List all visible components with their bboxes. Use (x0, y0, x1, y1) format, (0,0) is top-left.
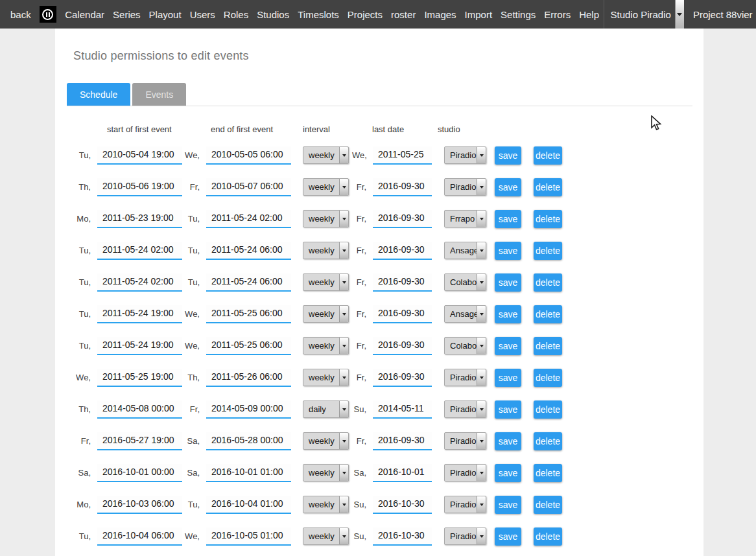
delete-button[interactable]: delete (534, 242, 562, 260)
delete-button[interactable]: delete (534, 210, 562, 228)
start-datetime-input[interactable] (97, 146, 182, 165)
studio-row-select[interactable]: Ansage (444, 242, 486, 259)
save-button[interactable]: save (495, 242, 521, 260)
interval-select[interactable]: weekly (303, 210, 349, 227)
studio-row-select[interactable]: Frrapo (444, 210, 486, 227)
delete-button[interactable]: delete (534, 400, 562, 419)
last-date-input[interactable] (373, 242, 432, 260)
studio-row-select[interactable]: Piradio (444, 527, 486, 545)
end-datetime-input[interactable] (206, 432, 291, 450)
delete-button[interactable]: delete (534, 337, 562, 355)
save-button[interactable]: save (495, 496, 521, 514)
interval-select[interactable]: weekly (303, 242, 349, 259)
end-datetime-input[interactable] (206, 273, 291, 292)
start-datetime-input[interactable] (97, 178, 182, 196)
chevron-down-icon[interactable] (339, 147, 348, 163)
delete-button[interactable]: delete (534, 305, 562, 323)
chevron-down-icon[interactable] (339, 401, 348, 417)
nav-item[interactable]: Calendar (65, 9, 104, 20)
start-datetime-input[interactable] (97, 273, 182, 292)
save-button[interactable]: save (495, 369, 521, 387)
chevron-down-icon[interactable] (339, 274, 348, 290)
save-button[interactable]: save (495, 527, 521, 546)
nav-item[interactable]: roster (391, 9, 416, 20)
last-date-input[interactable] (373, 496, 432, 514)
nav-item[interactable]: Projects (348, 9, 383, 20)
delete-button[interactable]: delete (534, 432, 562, 450)
end-datetime-input[interactable] (206, 496, 291, 514)
end-datetime-input[interactable] (206, 210, 291, 228)
interval-select[interactable]: weekly (303, 464, 349, 481)
back-link[interactable]: back (10, 9, 31, 20)
delete-button[interactable]: delete (534, 369, 562, 387)
nav-item[interactable]: Images (424, 9, 456, 20)
chevron-down-icon[interactable] (339, 465, 348, 481)
studio-select[interactable]: Studio Piradio (607, 0, 684, 29)
save-button[interactable]: save (495, 273, 521, 292)
delete-button[interactable]: delete (534, 496, 562, 514)
last-date-input[interactable] (373, 464, 432, 482)
nav-item[interactable]: Help (579, 9, 599, 20)
start-datetime-input[interactable] (97, 464, 182, 482)
start-datetime-input[interactable] (97, 305, 182, 323)
chevron-down-icon[interactable] (477, 496, 486, 513)
tab-schedule[interactable]: Schedule (67, 83, 130, 106)
interval-select[interactable]: daily (303, 400, 349, 418)
last-date-input[interactable] (373, 527, 432, 546)
app-logo[interactable] (40, 6, 56, 23)
interval-select[interactable]: weekly (303, 337, 349, 354)
studio-row-select[interactable]: Piradio (444, 400, 486, 418)
save-button[interactable]: save (495, 210, 521, 228)
studio-row-select[interactable]: Piradio (444, 432, 486, 450)
chevron-down-icon[interactable] (339, 338, 348, 354)
end-datetime-input[interactable] (206, 400, 291, 419)
chevron-down-icon[interactable] (477, 401, 486, 417)
chevron-down-icon[interactable] (339, 179, 348, 195)
studio-row-select[interactable]: Piradio (444, 464, 486, 481)
delete-button[interactable]: delete (534, 273, 562, 292)
start-datetime-input[interactable] (97, 496, 182, 514)
studio-row-select[interactable]: Colabo (444, 337, 486, 354)
save-button[interactable]: save (495, 146, 521, 165)
start-datetime-input[interactable] (97, 527, 182, 546)
last-date-input[interactable] (373, 400, 432, 419)
nav-item[interactable]: Roles (224, 9, 248, 20)
interval-select[interactable]: weekly (303, 305, 349, 323)
interval-select[interactable]: weekly (303, 146, 349, 164)
last-date-input[interactable] (373, 178, 432, 196)
chevron-down-icon[interactable] (675, 0, 684, 29)
chevron-down-icon[interactable] (477, 465, 486, 481)
delete-button[interactable]: delete (534, 464, 562, 482)
delete-button[interactable]: delete (534, 527, 562, 546)
chevron-down-icon[interactable] (477, 306, 486, 322)
chevron-down-icon[interactable] (339, 528, 348, 544)
save-button[interactable]: save (495, 178, 521, 196)
last-date-input[interactable] (373, 146, 432, 165)
end-datetime-input[interactable] (206, 337, 291, 355)
chevron-down-icon[interactable] (477, 211, 486, 227)
end-datetime-input[interactable] (206, 369, 291, 387)
start-datetime-input[interactable] (97, 242, 182, 260)
nav-item[interactable]: Timeslots (298, 9, 339, 20)
delete-button[interactable]: delete (534, 178, 562, 196)
save-button[interactable]: save (495, 400, 521, 419)
studio-row-select[interactable]: Piradio (444, 146, 486, 164)
save-button[interactable]: save (495, 305, 521, 323)
chevron-down-icon[interactable] (477, 179, 486, 195)
chevron-down-icon[interactable] (339, 433, 348, 449)
start-datetime-input[interactable] (97, 210, 182, 228)
last-date-input[interactable] (373, 210, 432, 228)
studio-row-select[interactable]: Colabo (444, 273, 486, 291)
chevron-down-icon[interactable] (339, 242, 348, 259)
project-select[interactable]: Project 88vier (689, 0, 756, 29)
end-datetime-input[interactable] (206, 242, 291, 260)
last-date-input[interactable] (373, 305, 432, 323)
end-datetime-input[interactable] (206, 305, 291, 323)
end-datetime-input[interactable] (206, 464, 291, 482)
end-datetime-input[interactable] (206, 178, 291, 196)
chevron-down-icon[interactable] (477, 147, 486, 163)
last-date-input[interactable] (373, 273, 432, 292)
chevron-down-icon[interactable] (477, 369, 486, 386)
nav-item[interactable]: Errors (544, 9, 571, 20)
nav-item[interactable]: Import (465, 9, 493, 20)
